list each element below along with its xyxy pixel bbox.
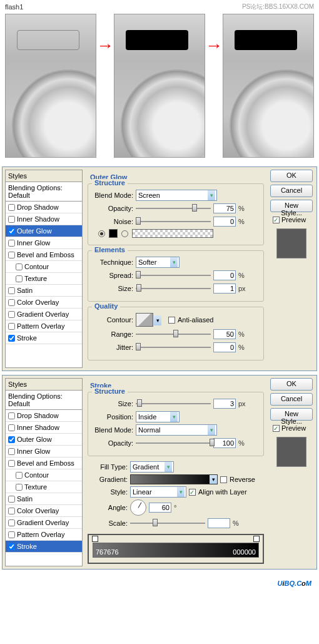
noise-input[interactable] [213,217,236,227]
checkbox[interactable] [8,287,15,294]
gradient-picker[interactable] [130,474,218,484]
ok-button[interactable]: OK [270,170,313,182]
checkbox[interactable] [8,543,15,550]
checkbox[interactable] [8,252,15,258]
style-outer-glow[interactable]: Outer Glow [6,225,82,237]
style-inner-glow[interactable]: Inner Glow [6,237,82,249]
checkbox[interactable] [8,412,15,419]
style-drop-shadow[interactable]: Drop Shadow [6,410,82,422]
styles-header[interactable]: Styles [6,170,82,182]
size-slider[interactable] [136,283,211,294]
size-input[interactable] [213,399,236,409]
checkbox[interactable] [8,323,15,330]
style-inner-glow[interactable]: Inner Glow [6,446,82,457]
checkbox[interactable] [8,496,15,503]
checkbox[interactable] [16,472,23,479]
scale-slider[interactable] [130,518,205,529]
align-checkbox[interactable] [189,489,196,496]
style-texture[interactable]: Texture [6,273,82,285]
checkbox[interactable] [8,448,15,455]
style-inner-shadow[interactable]: Inner Shadow [6,422,82,434]
checkbox[interactable] [8,460,15,467]
ok-button[interactable]: OK [270,378,313,391]
gradient-bar[interactable] [132,229,213,238]
spread-input[interactable] [213,270,236,280]
range-input[interactable] [213,329,236,339]
jitter-input[interactable] [213,342,236,352]
checkbox[interactable] [16,484,23,491]
size-slider[interactable] [136,398,211,409]
style-contour[interactable]: Contour [6,261,82,273]
angle-input[interactable] [149,503,171,513]
new-style-button[interactable]: New Style... [270,200,313,212]
new-style-button[interactable]: New Style... [270,408,313,421]
angle-dial[interactable] [130,499,146,516]
checkbox[interactable] [8,311,15,318]
reverse-checkbox[interactable] [220,476,227,483]
gradient-stop-left[interactable] [92,536,98,542]
style-stroke[interactable]: Stroke [6,541,82,553]
style-gradient-overlay[interactable]: Gradient Overlay [6,517,82,529]
checkbox[interactable] [16,263,23,270]
style-satin[interactable]: Satin [6,285,82,297]
checkbox[interactable] [8,299,15,306]
checkbox[interactable] [16,275,23,282]
opacity-slider[interactable] [136,437,211,449]
spread-slider[interactable] [136,270,211,281]
style-pattern-overlay[interactable]: Pattern Overlay [6,529,82,541]
checkbox[interactable] [8,216,15,223]
style-contour[interactable]: Contour [6,469,82,481]
style-texture[interactable]: Texture [6,481,82,493]
blend-mode-select[interactable]: Normal [136,424,217,436]
checkbox[interactable] [8,508,15,514]
cancel-button[interactable]: Cancel [270,393,313,406]
blending-options[interactable]: Blending Options: Default [6,391,82,410]
style-bevel-emboss[interactable]: Bevel and Emboss [6,249,82,261]
preview-checkbox[interactable] [273,425,280,432]
technique-select[interactable]: Softer [136,257,180,268]
position-label: Position: [93,413,133,421]
jitter-slider[interactable] [136,342,211,353]
checkbox[interactable] [8,519,15,526]
gradient-radio[interactable] [121,230,128,237]
anti-aliased-checkbox[interactable] [168,317,175,324]
gradient-stop-right[interactable] [253,536,260,542]
opacity-input[interactable] [213,438,236,448]
blend-mode-select[interactable]: Screen [136,190,217,201]
range-slider[interactable] [136,329,211,340]
scale-input[interactable] [208,518,230,528]
checkbox[interactable] [8,424,15,431]
gradient-strip[interactable]: 767676 000000 [93,543,259,558]
contour-label: Contour: [93,316,133,324]
checkbox[interactable] [8,436,15,443]
checkbox[interactable] [8,240,15,247]
gradient-style-select[interactable]: Linear [130,486,186,498]
style-color-overlay[interactable]: Color Overlay [6,297,82,309]
style-pattern-overlay[interactable]: Pattern Overlay [6,320,82,332]
preview-checkbox[interactable] [273,217,280,223]
cancel-button[interactable]: Cancel [270,185,313,197]
checkbox[interactable] [8,228,15,235]
style-drop-shadow[interactable]: Drop Shadow [6,202,82,213]
style-color-overlay[interactable]: Color Overlay [6,505,82,517]
style-outer-glow[interactable]: Outer Glow [6,434,82,446]
style-stroke[interactable]: Stroke [6,332,82,344]
style-gradient-overlay[interactable]: Gradient Overlay [6,309,82,320]
checkbox[interactable] [8,531,15,538]
opacity-input[interactable] [213,203,236,213]
contour-picker[interactable] [136,313,153,327]
color-radio[interactable] [98,230,105,237]
checkbox[interactable] [8,335,15,342]
checkbox[interactable] [8,204,15,211]
style-inner-shadow[interactable]: Inner Shadow [6,213,82,225]
noise-slider[interactable] [136,216,211,227]
size-input[interactable] [213,284,236,294]
blending-options[interactable]: Blending Options: Default [6,182,82,202]
style-satin[interactable]: Satin [6,493,82,505]
position-select[interactable]: Inside [136,411,180,422]
opacity-slider[interactable] [136,203,211,214]
styles-header[interactable]: Styles [6,379,82,391]
fill-type-select[interactable]: Gradient [130,461,174,473]
style-bevel-emboss[interactable]: Bevel and Emboss [6,457,82,469]
color-swatch[interactable] [109,229,118,238]
